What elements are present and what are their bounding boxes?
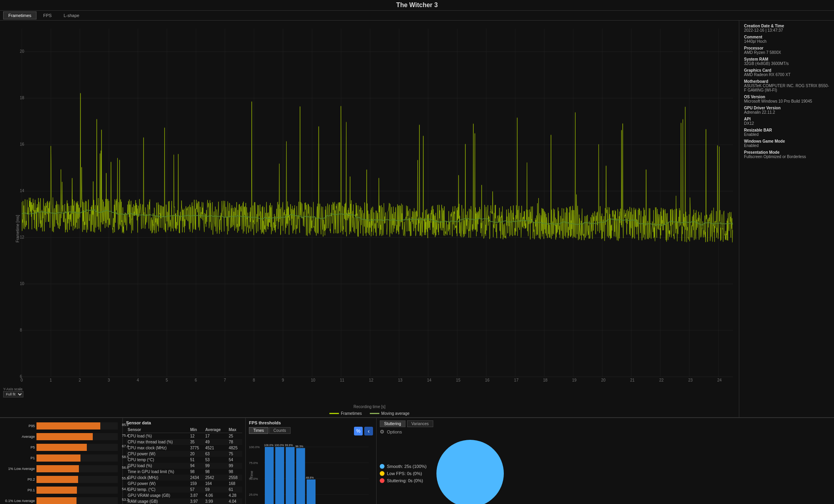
sensor-cell: 59 — [204, 487, 227, 493]
fps-tab-counts[interactable]: Counts — [269, 427, 291, 434]
bar-label: P1 — [3, 456, 35, 460]
sensor-cell: 3.87 — [189, 493, 204, 498]
sensor-col-header: Sensor — [126, 427, 189, 433]
info-value: 32GB (4x8GB) 3600MT/s — [744, 61, 829, 66]
sensor-table-row: GPU load (%)949999 — [126, 463, 242, 469]
legend-dot — [380, 471, 384, 476]
sensor-cell: 94 — [189, 463, 204, 469]
info-label: Graphics Card — [744, 68, 829, 73]
bar-label: P0.2 — [3, 477, 35, 481]
y-scale-control: Y-Axis scale Full fit — [3, 387, 23, 397]
sensor-cell: 12 — [189, 433, 204, 439]
bar-row: 1% Low Average 56.6 — [3, 464, 118, 473]
info-value: Microsoft Windows 10 Pro Build 19045 — [744, 99, 829, 103]
info-label: OS Version — [744, 95, 829, 99]
sensor-cell: CPU max clock (MHz) — [126, 445, 189, 451]
tabs-bar: Frametimes FPS L-shape — [0, 11, 834, 21]
sensor-cell: 35 — [189, 439, 204, 445]
sensor-cell: 2558 — [227, 475, 242, 481]
fps-threshold-chart — [249, 437, 373, 504]
sensor-table-row: GPU power (W)159164168 — [126, 481, 242, 487]
bar-row: 0.1% Low Average 53.3 — [3, 496, 118, 504]
sensor-table-row: CPU max thread load (%)354978 — [126, 439, 242, 445]
tab-lshape[interactable]: L-shape — [58, 11, 84, 19]
stutter-tab-stuttering[interactable]: Stuttering — [380, 420, 406, 427]
fps-tab-times[interactable]: Times — [249, 427, 268, 434]
info-row-comment: Comment1440p/ Hoch — [744, 35, 829, 44]
info-row-graphics-card: Graphics CardAMD Radeon RX 6700 XT — [744, 68, 829, 77]
bar-container: 54.1 — [36, 487, 118, 494]
sensor-cell: 164 — [204, 481, 227, 487]
info-row-presentation-mode: Presentation ModeFullscreen Optimized or… — [744, 150, 829, 159]
options-label: Options — [387, 430, 402, 434]
content-row: Frametime [ms] Recording time [s] Framet… — [0, 21, 834, 417]
sensor-table-row: Time in GPU load limit (%)989898 — [126, 469, 242, 475]
sensor-cell: 53 — [204, 457, 227, 463]
legend-moving-avg-label: Moving average — [381, 411, 409, 416]
fps-tabs: Times Counts — [249, 427, 291, 434]
bar-row: P0.1 54.1 — [3, 485, 118, 495]
sensor-cell: 61 — [227, 487, 242, 493]
main-chart-canvas — [20, 25, 735, 389]
bar-value: 56.6 — [122, 466, 129, 470]
info-row-windows-game-mode: Windows Game ModeEnabled — [744, 139, 829, 148]
sensor-cell: CPU max thread load (%) — [126, 439, 189, 445]
sensor-cell: GPU VRAM usage (GB) — [126, 493, 189, 498]
fps-tab-row: Times Counts % ‹ — [249, 427, 373, 435]
stutter-legend-row: Low FPS: 0s (0%) — [380, 471, 427, 476]
sensor-cell: 51 — [189, 457, 204, 463]
tab-fps[interactable]: FPS — [38, 11, 57, 19]
sensor-cell: GPU power (W) — [126, 481, 189, 487]
info-label: Windows Game Mode — [744, 139, 829, 143]
sensor-table-row: GPU clock (MHz)243425422558 — [126, 475, 242, 481]
info-label: Processor — [744, 46, 829, 50]
sensor-cell: RAM usage (GB) — [126, 498, 189, 504]
info-value: AMD Radeon RX 6700 XT — [744, 73, 829, 77]
info-row-creation-date-&-time: Creation Date & Time2022-12-16 | 13:47:3… — [744, 24, 829, 32]
fps-back-button[interactable]: ‹ — [364, 427, 373, 435]
info-label: Creation Date & Time — [744, 24, 829, 28]
info-value: ASUSTeK COMPUTER INC. ROG STRIX B550-F G… — [744, 84, 829, 92]
info-label: System RAM — [744, 57, 829, 61]
y-scale-label: Y-Axis scale — [3, 387, 23, 391]
bar-fill — [36, 497, 77, 504]
info-row-motherboard: MotherboardASUSTeK COMPUTER INC. ROG STR… — [744, 79, 829, 92]
fps-icon-buttons: % ‹ — [354, 427, 373, 435]
bar-label: 1% Low Average — [3, 467, 35, 471]
bar-fill — [36, 433, 93, 440]
stutter-tab-variances[interactable]: Variances — [407, 420, 433, 427]
info-value: Enabled — [744, 143, 829, 148]
info-label: Motherboard — [744, 79, 829, 84]
sensor-table-header-row: SensorMinAverageMax — [126, 427, 242, 433]
legend-frametimes-label: Frametimes — [341, 411, 362, 416]
options-row: ⚙ Options — [380, 429, 831, 435]
sensor-cell: GPU clock (MHz) — [126, 475, 189, 481]
x-axis-label: Recording time [s] — [0, 405, 739, 410]
sensor-section: Sensor data SensorMinAverageMax CPU load… — [123, 418, 246, 504]
sensor-cell: 98 — [227, 469, 242, 475]
fps-percent-button[interactable]: % — [354, 427, 363, 435]
info-row-api: APIDX12 — [744, 117, 829, 126]
pie-container — [434, 438, 506, 504]
sensor-cell: 4.06 — [204, 493, 227, 498]
bar-container: 75.4 — [36, 433, 118, 440]
bar-value: 53.3 — [122, 498, 129, 502]
info-value: Enabled — [744, 132, 829, 137]
sensor-cell: 2542 — [204, 475, 227, 481]
sensor-table-row: GPU VRAM usage (GB)3.874.064.28 — [126, 493, 242, 498]
stutter-legend: Smooth: 25s (100%)Low FPS: 0s (0%)Stutte… — [380, 464, 427, 483]
sensor-cell: Time in GPU load limit (%) — [126, 469, 189, 475]
info-label: GPU Driver Version — [744, 106, 829, 110]
sensor-cell: 75 — [227, 451, 242, 457]
y-scale-select[interactable]: Full fit — [3, 391, 23, 397]
header: The Witcher 3 — [0, 0, 834, 11]
legend-text: Smooth: 25s (100%) — [387, 464, 427, 469]
tab-frametimes[interactable]: Frametimes — [3, 11, 36, 19]
sensor-cell: 4825 — [227, 445, 242, 451]
sensor-cell: 3775 — [189, 445, 204, 451]
info-value: Adrenalin 22.11.2 — [744, 110, 829, 115]
bar-value: 55.8 — [122, 476, 129, 480]
info-label: Presentation Mode — [744, 150, 829, 155]
sensor-cell: 3.99 — [204, 498, 227, 504]
sensor-cell: 99 — [204, 463, 227, 469]
